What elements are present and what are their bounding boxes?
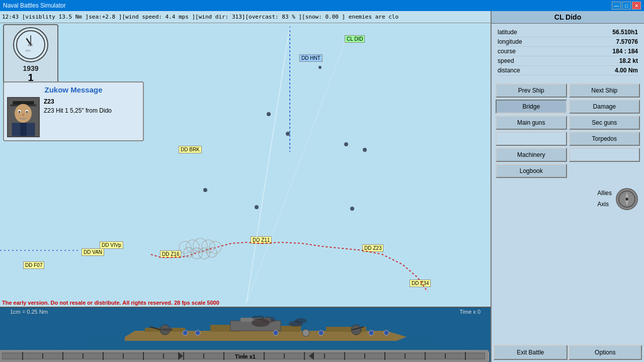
svg-point-22 — [186, 240, 199, 253]
svg-rect-88 — [445, 353, 446, 358]
titlebar-title: Naval Battles Simulator — [3, 2, 66, 9]
zukow-content: Z23 Z23 Hit 1 5,25" from Dido — [7, 97, 140, 137]
svg-point-13 — [26, 111, 28, 113]
allies-label: Allies — [597, 188, 612, 199]
svg-rect-81 — [304, 352, 305, 360]
main-layout: 12:43 [visiblity 13.5 Nm ]sea:+2.8 ][win… — [0, 11, 644, 362]
svg-rect-16 — [20, 123, 26, 136]
ship-label-dd-van[interactable]: DD VAN — [82, 248, 104, 256]
allies-axis-labels: Allies Axis — [597, 188, 612, 210]
svg-rect-74 — [163, 353, 164, 358]
close-button[interactable]: ✕ — [632, 2, 641, 10]
clock-face: xO am — [13, 27, 48, 62]
status-bar: 12:43 [visiblity 13.5 Nm ]sea:+2.8 ][win… — [0, 11, 491, 23]
copyright-text: The early version. Do not resale or dist… — [2, 300, 219, 306]
zukow-ship-name: Z23 — [44, 97, 112, 106]
svg-rect-75 — [183, 352, 184, 360]
svg-point-35 — [255, 205, 259, 209]
contacts-svg — [0, 11, 488, 303]
svg-rect-44 — [162, 328, 172, 331]
svg-rect-84 — [364, 353, 365, 358]
smoke-effect — [165, 227, 235, 269]
machinery-button[interactable]: Machinery — [496, 148, 567, 162]
right-panel: CL Dido latitude 56.510h1 longitude 7.57… — [491, 11, 644, 362]
zukow-title: Zukow Message — [7, 85, 140, 94]
svg-rect-69 — [62, 352, 63, 360]
options-button[interactable]: Options — [569, 345, 642, 360]
clock-day: 1 — [8, 72, 53, 82]
zukow-message: Z23 Hit 1 5,25" from Dido — [44, 106, 112, 115]
svg-rect-73 — [143, 352, 144, 360]
svg-rect-72 — [123, 353, 124, 358]
svg-point-33 — [363, 148, 367, 152]
svg-point-53 — [302, 329, 309, 336]
empty-slot — [496, 132, 567, 146]
torpedos-button[interactable]: Torpedos — [569, 132, 640, 146]
stat-distance: distance 4.00 Nm — [498, 66, 638, 75]
svg-rect-79 — [264, 352, 265, 360]
svg-rect-68 — [42, 353, 43, 358]
svg-rect-87 — [425, 352, 426, 360]
maximize-button[interactable]: □ — [622, 2, 631, 10]
svg-point-51 — [195, 330, 200, 335]
clock-svg: xO am — [16, 30, 46, 60]
svg-point-65 — [625, 198, 628, 201]
ship-label-dd-hnt[interactable]: DD HNT — [299, 54, 323, 62]
svg-rect-85 — [384, 352, 385, 360]
ship-label-dd-brk[interactable]: DD BRK — [179, 146, 202, 153]
stat-latitude: latitude 56.510h1 — [498, 28, 638, 37]
svg-text:am: am — [26, 49, 31, 52]
svg-rect-77 — [223, 352, 224, 360]
ship-label-dd-vivp[interactable]: DD VIVp — [100, 241, 123, 249]
svg-line-19 — [247, 26, 290, 303]
svg-point-52 — [273, 330, 278, 335]
sec-guns-button[interactable]: Sec guns — [569, 116, 640, 130]
zukow-text: Z23 Z23 Hit 1 5,25" from Dido — [44, 97, 112, 115]
svg-rect-76 — [203, 353, 204, 358]
logbook-button[interactable]: Logbook — [496, 164, 567, 178]
status-text: 12:43 [visiblity 13.5 Nm ]sea:+2.8 ][win… — [2, 14, 398, 20]
exit-battle-button[interactable]: Exit Battle — [494, 345, 568, 360]
main-guns-button[interactable]: Main guns — [496, 116, 567, 130]
bridge-button[interactable]: Bridge — [496, 100, 567, 114]
bottom-labels: 1cm = 0.25 Nm Time x 0 — [0, 308, 491, 316]
distance-value: 4.00 Nm — [615, 67, 638, 74]
distance-label: distance — [498, 67, 520, 74]
time-label: Time x1 — [235, 353, 256, 359]
bottom-right-buttons: Exit Battle Options — [492, 343, 644, 362]
right-spacer — [492, 216, 644, 343]
next-ship-button[interactable]: Next Ship — [569, 83, 640, 98]
svg-rect-70 — [83, 353, 84, 358]
svg-point-31 — [286, 132, 290, 136]
stat-course: course 184 : 184 — [498, 47, 638, 56]
svg-rect-83 — [344, 352, 345, 360]
minimize-button[interactable]: — — [612, 2, 621, 10]
time-label: Time x 0 — [459, 309, 480, 315]
axis-label: Axis — [597, 199, 612, 210]
svg-point-36 — [350, 207, 354, 211]
longitude-label: longitude — [498, 38, 522, 45]
svg-point-34 — [203, 188, 207, 192]
svg-rect-89 — [465, 352, 466, 360]
ship-label-cl-did[interactable]: CL DID — [345, 35, 365, 43]
course-value: 184 : 184 — [612, 48, 638, 55]
stat-speed: speed 18.2 kt — [498, 56, 638, 66]
titlebar: Naval Battles Simulator — □ ✕ — [0, 0, 644, 11]
ship-label-dd-f07[interactable]: DD F07 — [23, 261, 44, 269]
scale-label: 1cm = 0.25 Nm — [10, 309, 48, 315]
damage-button[interactable]: Damage — [569, 100, 640, 114]
prev-ship-button[interactable]: Prev Ship — [496, 83, 567, 98]
svg-rect-82 — [324, 353, 325, 358]
ship-label-dd-z23[interactable]: DD Z23 — [362, 244, 383, 252]
svg-point-32 — [344, 142, 348, 146]
svg-point-61 — [295, 318, 307, 323]
svg-rect-71 — [103, 352, 104, 360]
svg-point-50 — [183, 330, 188, 335]
empty-slot-3 — [569, 164, 640, 178]
stat-longitude: longitude 7.57076 — [498, 37, 638, 47]
svg-text:xO: xO — [28, 43, 33, 47]
map-container[interactable]: 12:43 [visiblity 13.5 Nm ]sea:+2.8 ][win… — [0, 11, 491, 362]
ship-label-dd-z34[interactable]: DD Z34 — [410, 280, 431, 287]
course-label: course — [498, 48, 516, 55]
ship-label-dd-z11[interactable]: DD Z11 — [251, 236, 272, 244]
